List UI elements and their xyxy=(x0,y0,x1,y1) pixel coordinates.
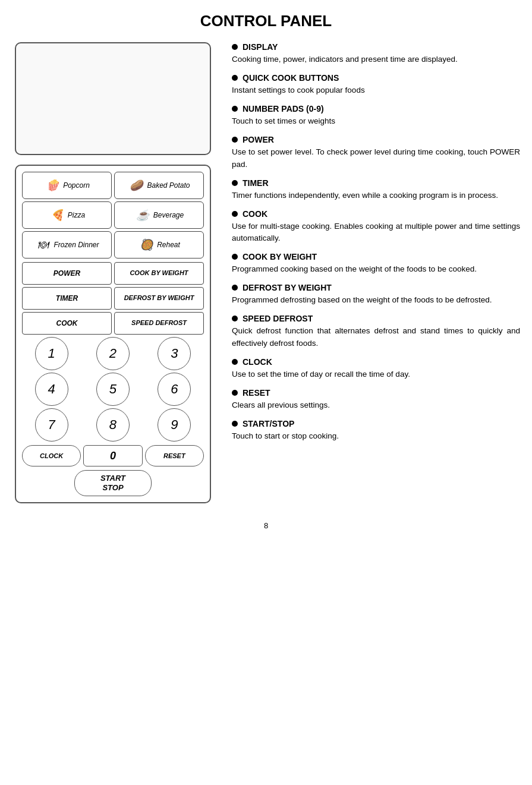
power-button[interactable]: POWER xyxy=(22,262,112,285)
numpad-heading: NUMBER PADS (0-9) xyxy=(232,104,520,114)
num-2-button[interactable]: 2 xyxy=(96,337,130,370)
defrost-by-weight-button[interactable]: DEFROST BY WEIGHT xyxy=(114,287,204,310)
cook-by-weight-button[interactable]: COOK BY WEIGHT xyxy=(114,262,204,285)
frozen-dinner-icon: 🍽 xyxy=(34,237,51,253)
dbw-title: DEFROST BY WEIGHT xyxy=(243,283,332,292)
bullet-reset xyxy=(232,390,238,396)
section-display: DISPLAY Cooking time, power, indicators … xyxy=(232,42,520,66)
bullet-start-stop xyxy=(232,421,238,427)
qcb-title: QUICK COOK BUTTONS xyxy=(243,73,339,83)
right-panel: DISPLAY Cooking time, power, indicators … xyxy=(220,42,526,503)
section-speed-defrost: SPEED DEFROST Quick defrost function tha… xyxy=(232,314,520,350)
num-6-button[interactable]: 6 xyxy=(158,373,191,406)
quick-cook-pizza[interactable]: 🍕 Pizza xyxy=(22,201,112,229)
func-row-timer: TIMER DEFROST BY WEIGHT xyxy=(22,287,204,310)
power-title: POWER xyxy=(243,135,274,144)
num-3-button[interactable]: 3 xyxy=(158,337,191,370)
quick-cook-popcorn[interactable]: 🍿 Popcorn xyxy=(22,172,112,199)
timer-heading: TIMER xyxy=(232,178,520,188)
popcorn-icon: 🍿 xyxy=(44,177,61,194)
timer-body: Timer functions independently, even whil… xyxy=(232,190,520,202)
page-title: CONTROL PANEL xyxy=(0,12,532,30)
section-numpad: NUMBER PADS (0-9) Touch to set times or … xyxy=(232,104,520,128)
beverage-label: Beverage xyxy=(153,211,184,219)
display-title: DISPLAY xyxy=(243,42,278,52)
func-row-cook: COOK SPEED DEFROST xyxy=(22,312,204,335)
clock-heading: CLOCK xyxy=(232,357,520,367)
beverage-icon: ☕ xyxy=(134,207,151,223)
bullet-speed-defrost xyxy=(232,316,238,321)
timer-title: TIMER xyxy=(243,178,269,188)
power-body: Use to set power level. To check power l… xyxy=(232,146,520,171)
section-clock: CLOCK Use to set the time of day or reca… xyxy=(232,357,520,381)
section-cbw: COOK BY WEIGHT Programmed cooking based … xyxy=(232,252,520,276)
start-stop-title: START/STOP xyxy=(243,419,294,428)
baked-potato-label: Baked Potato xyxy=(147,181,190,190)
bullet-dbw xyxy=(232,285,238,291)
quick-cook-grid: 🍿 Popcorn 🥔 Baked Potato 🍕 Pizza ☕ Bever… xyxy=(22,172,204,258)
pizza-icon: 🍕 xyxy=(49,207,65,223)
cbw-title: COOK BY WEIGHT xyxy=(243,252,317,261)
num-7-button[interactable]: 7 xyxy=(35,408,68,442)
dbw-heading: DEFROST BY WEIGHT xyxy=(232,283,520,292)
start-stop-body: Touch to start or stop cooking. xyxy=(232,430,520,443)
cbw-body: Programmed cooking based on the weight o… xyxy=(232,263,520,276)
func-row-power: POWER COOK BY WEIGHT xyxy=(22,262,204,285)
reheat-icon: 🥘 xyxy=(138,237,155,253)
power-heading: POWER xyxy=(232,135,520,144)
num-9-button[interactable]: 9 xyxy=(158,408,191,442)
section-dbw: DEFROST BY WEIGHT Programmed defrosting … xyxy=(232,283,520,307)
reset-title: RESET xyxy=(243,388,270,398)
bullet-clock xyxy=(232,359,238,365)
left-panel: 🍿 Popcorn 🥔 Baked Potato 🍕 Pizza ☕ Bever… xyxy=(6,42,220,503)
clock-body: Use to set the time of day or recall the… xyxy=(232,368,520,381)
speed-defrost-button[interactable]: SPEED DEFROST xyxy=(114,312,204,335)
cook-title: COOK xyxy=(243,209,267,219)
dbw-body: Programmed defrosting based on the weigh… xyxy=(232,294,520,307)
quick-cook-baked-potato[interactable]: 🥔 Baked Potato xyxy=(114,172,204,199)
num-0-button[interactable]: 0 xyxy=(83,445,142,466)
qcb-heading: QUICK COOK BUTTONS xyxy=(232,73,520,83)
num-1-button[interactable]: 1 xyxy=(35,337,68,370)
num-4-button[interactable]: 4 xyxy=(35,373,68,406)
bullet-timer xyxy=(232,180,238,186)
popcorn-label: Popcorn xyxy=(63,181,90,190)
timer-button[interactable]: TIMER xyxy=(22,287,112,310)
quick-cook-reheat[interactable]: 🥘 Reheat xyxy=(114,231,204,258)
bottom-row: CLOCK 0 RESET xyxy=(22,445,204,466)
quick-cook-beverage[interactable]: ☕ Beverage xyxy=(114,201,204,229)
speed-defrost-heading: SPEED DEFROST xyxy=(232,314,520,323)
control-panel-box: 🍿 Popcorn 🥔 Baked Potato 🍕 Pizza ☕ Bever… xyxy=(15,165,211,503)
bullet-cook xyxy=(232,211,238,217)
reset-button[interactable]: RESET xyxy=(145,445,204,466)
cbw-heading: COOK BY WEIGHT xyxy=(232,252,520,261)
section-reset: RESET Clears all previous settings. xyxy=(232,388,520,412)
clock-button[interactable]: CLOCK xyxy=(22,445,81,466)
bullet-numpad xyxy=(232,106,238,112)
bullet-power xyxy=(232,137,238,143)
qcb-body: Instant settings to cook popular foods xyxy=(232,84,520,97)
quick-cook-frozen-dinner[interactable]: 🍽 Frozen Dinner xyxy=(22,231,112,258)
start-stop-heading: START/STOP xyxy=(232,419,520,428)
num-5-button[interactable]: 5 xyxy=(96,373,130,406)
num-8-button[interactable]: 8 xyxy=(96,408,130,442)
speed-defrost-body: Quick defrost function that alternates d… xyxy=(232,325,520,350)
section-power: POWER Use to set power level. To check p… xyxy=(232,135,520,171)
display-heading: DISPLAY xyxy=(232,42,520,52)
section-timer: TIMER Timer functions independently, eve… xyxy=(232,178,520,202)
clock-title: CLOCK xyxy=(243,357,272,367)
display-body: Cooking time, power, indicators and pres… xyxy=(232,53,520,66)
reheat-label: Reheat xyxy=(157,241,180,249)
numpad-grid: 1 2 3 4 5 6 7 8 9 xyxy=(22,337,204,442)
bullet-cbw xyxy=(232,254,238,260)
frozen-dinner-label: Frozen Dinner xyxy=(53,241,99,249)
display-area xyxy=(15,42,211,155)
baked-potato-icon: 🥔 xyxy=(128,177,144,194)
reset-heading: RESET xyxy=(232,388,520,398)
cook-button[interactable]: COOK xyxy=(22,312,112,335)
start-stop-button[interactable]: STARTSTOP xyxy=(74,470,152,496)
bullet-qcb xyxy=(232,75,238,81)
page-number: 8 xyxy=(0,521,532,530)
bullet-display xyxy=(232,44,238,50)
numpad-body: Touch to set times or weights xyxy=(232,115,520,128)
